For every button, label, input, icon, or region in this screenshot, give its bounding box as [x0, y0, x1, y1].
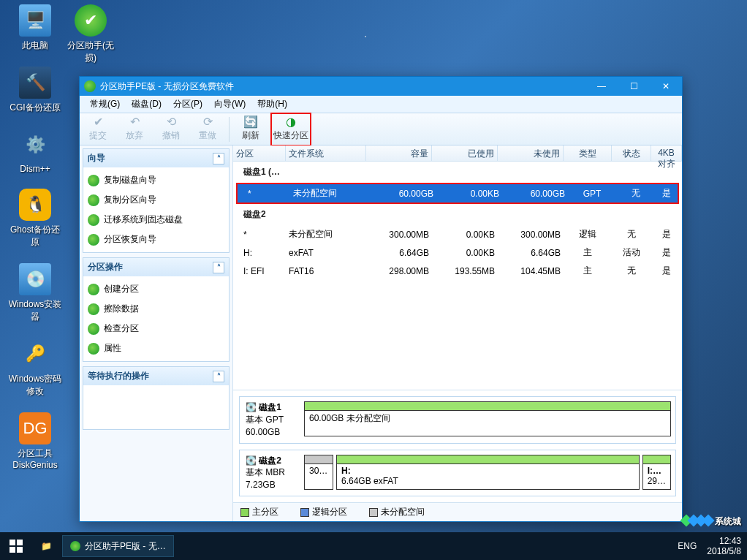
menubar: 常规(G) 磁盘(D) 分区(P) 向导(W) 帮助(H): [80, 96, 682, 113]
op-icon: [88, 284, 99, 295]
chevron-up-icon[interactable]: ˄: [213, 153, 224, 164]
maximize-button[interactable]: ☐: [618, 77, 650, 96]
wizard-copy-partition[interactable]: 复制分区向导: [85, 190, 227, 210]
op-check-partition[interactable]: 检查分区: [85, 319, 227, 338]
minimize-button[interactable]: —: [585, 77, 618, 96]
toolbar-discard[interactable]: ↶放弃: [116, 115, 153, 144]
desktop-icon-cgi[interactable]: 🔨CGI备份还原: [7, 67, 63, 114]
quick-partition-highlight: ◑快速分区: [270, 113, 311, 146]
toolbar: ✔提交 ↶放弃 ⟲撤销 ⟳重做 🔄刷新 ◑快速分区: [80, 113, 682, 145]
panel-wizard-header[interactable]: 向导˄: [83, 149, 229, 167]
disk-icon: 💽: [246, 402, 257, 412]
disk2-header[interactable]: 磁盘2: [233, 204, 682, 225]
panel-ops-header[interactable]: 分区操作˄: [83, 258, 229, 276]
close-button[interactable]: ✕: [650, 77, 682, 96]
partition-bar[interactable]: H:6.64GB exFAT: [336, 455, 640, 490]
chevron-up-icon[interactable]: ˄: [213, 262, 224, 273]
start-button[interactable]: [0, 532, 32, 560]
tray-clock[interactable]: 12:432018/5/8: [707, 536, 741, 557]
disk1-header[interactable]: 磁盘1 (…: [233, 162, 682, 183]
left-sidebar: 向导˄ 复制磁盘向导 复制分区向导 迁移系统到固态磁盘 分区恢复向导 分区操作˄…: [80, 145, 233, 521]
titlebar[interactable]: 分区助手PE版 - 无损分区免费软件 — ☐ ✕: [80, 77, 682, 96]
toolbar-redo[interactable]: ⟳重做: [189, 115, 226, 144]
op-icon: [88, 343, 99, 355]
menu-disk[interactable]: 磁盘(D): [127, 97, 166, 112]
toolbar-quick-partition[interactable]: ◑快速分区: [273, 115, 309, 144]
table-row[interactable]: H:exFAT6.64GB0.00KB6.64GB主活动是: [233, 243, 682, 262]
panel-pending-header[interactable]: 等待执行的操作˄: [83, 367, 229, 385]
table-row[interactable]: I: EFIFAT16298.00MB193.55MB104.45MB主无是: [233, 262, 682, 280]
op-icon: [88, 323, 99, 335]
partition-bar[interactable]: 30…: [304, 455, 333, 490]
app-window: 分区助手PE版 - 无损分区免费软件 — ☐ ✕ 常规(G) 磁盘(D) 分区(…: [79, 76, 683, 522]
table-row[interactable]: *未分配空间300.00MB0.00KB300.00MB逻辑无是: [233, 225, 682, 243]
op-properties[interactable]: 属性: [85, 338, 227, 358]
disk-icon: 💽: [246, 455, 257, 466]
op-icon: [88, 303, 99, 315]
op-wipe-data[interactable]: 擦除数据: [85, 299, 227, 319]
disk2-viz[interactable]: 💽 磁盘2基本 MBR7.23GB 30… H:6.64GB exFAT I:……: [239, 450, 676, 496]
desktop-icon-thispc[interactable]: 🖥️此电脑: [7, 4, 63, 52]
disk-visualization: 💽 磁盘1基本 GPT60.00GB 60.00GB 未分配空间 💽 磁盘2基本…: [233, 390, 682, 521]
desktop-icon-diskgenius[interactable]: DG分区工具DiskGenius: [7, 412, 63, 470]
legend: 主分区 逻辑分区 未分配空间: [233, 502, 682, 521]
desktop-icon-dism[interactable]: ⚙️Dism++: [7, 129, 63, 174]
desktop-icons: 🖥️此电脑 🔨CGI备份还原 ⚙️Dism++ 🐧Ghost备份还原 💿Wind…: [7, 4, 63, 485]
taskbar-app[interactable]: 分区助手PE版 - 无…: [62, 535, 174, 557]
desktop-icon-wininstall[interactable]: 💿Windows安装器: [7, 263, 63, 323]
toolbar-refresh[interactable]: 🔄刷新: [232, 115, 269, 144]
desktop-icon-partassist[interactable]: ✔分区助手(无损): [63, 4, 118, 64]
wizard-icon: [88, 214, 99, 226]
wizard-copy-disk[interactable]: 复制磁盘向导: [85, 170, 227, 190]
op-create-partition[interactable]: 创建分区: [85, 279, 227, 299]
wizard-icon: [88, 234, 99, 246]
table-header: 分区 文件系统 容量 已使用 未使用 类型 状态 4KB对齐: [233, 145, 682, 162]
menu-partition[interactable]: 分区(P): [169, 97, 207, 112]
wizard-migrate-ssd[interactable]: 迁移系统到固态磁盘: [85, 210, 227, 230]
partition-list: 分区 文件系统 容量 已使用 未使用 类型 状态 4KB对齐 磁盘1 (… * …: [233, 145, 682, 521]
toolbar-undo[interactable]: ⟲撤销: [153, 115, 189, 144]
desktop-icons-col2: ✔分区助手(无损): [63, 4, 118, 79]
menu-general[interactable]: 常规(G): [86, 97, 124, 112]
menu-wizard[interactable]: 向导(W): [210, 97, 250, 112]
taskbar-explorer[interactable]: 📁: [34, 535, 59, 557]
watermark: 系统城: [683, 515, 741, 528]
app-icon: [70, 541, 80, 551]
tray-lang[interactable]: ENG: [678, 541, 697, 551]
table-row[interactable]: * 未分配空间 60.00GB 0.00KB 60.00GB GPT 无 是: [238, 184, 678, 203]
taskbar: 📁 分区助手PE版 - 无… ENG 12:432018/5/8: [0, 532, 747, 560]
wizard-icon: [88, 194, 99, 206]
desktop-icon-winpass[interactable]: 🔑Windows密码修改: [7, 338, 63, 398]
window-title: 分区助手PE版 - 无损分区免费软件: [100, 80, 234, 93]
partition-bar[interactable]: I:…29…: [642, 455, 671, 490]
chevron-up-icon[interactable]: ˄: [213, 371, 224, 382]
app-icon: [84, 80, 96, 92]
desktop-icon-ghost[interactable]: 🐧Ghost备份还原: [7, 189, 63, 249]
toolbar-commit[interactable]: ✔提交: [80, 115, 116, 144]
wizard-icon: [88, 175, 99, 186]
disk1-viz[interactable]: 💽 磁盘1基本 GPT60.00GB 60.00GB 未分配空间: [239, 396, 676, 443]
wizard-recover-partition[interactable]: 分区恢复向导: [85, 230, 227, 249]
disk1-selected-highlight: * 未分配空间 60.00GB 0.00KB 60.00GB GPT 无 是: [236, 183, 679, 204]
menu-help[interactable]: 帮助(H): [253, 97, 292, 112]
partition-bar[interactable]: 60.00GB 未分配空间: [304, 401, 671, 436]
